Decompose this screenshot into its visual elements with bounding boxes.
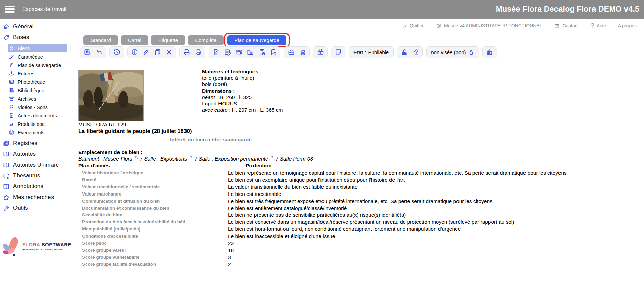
dimension-line: avec cadre : H. 297 cm ; L. 365 cm — [202, 107, 283, 113]
sidebar-item-label: Produits doc. — [18, 121, 46, 127]
criterion-label: Protection du bien face à la vulnérabili… — [82, 219, 228, 226]
location-search-link[interactable] — [189, 158, 193, 160]
document-icon — [9, 113, 14, 118]
sidebar-item-phototheque[interactable]: Photothèque — [8, 78, 67, 86]
magnifier-icon — [270, 155, 274, 160]
sign-button[interactable] — [410, 47, 421, 57]
sidebar-item-mes-recherches[interactable]: Mes recherches — [0, 192, 67, 203]
criterion-value: Le bien est un exemplaire unique pour l'… — [228, 177, 567, 184]
location-search-link[interactable] — [270, 158, 274, 160]
sidebar: GénéralBasesBiensCarothèquePlan de sauve… — [0, 19, 67, 284]
criterion-value: 23 — [228, 240, 567, 247]
criterion-value: Le bien ne présente pas de sensibilité p… — [228, 212, 567, 219]
plus-circle-button[interactable] — [129, 47, 140, 57]
tab-cartel[interactable]: Cartel — [121, 35, 148, 45]
calculator-button[interactable] — [257, 47, 267, 57]
pencil-icon — [142, 48, 150, 56]
form-edit-icon — [224, 48, 231, 56]
menu-icon[interactable] — [5, 4, 15, 14]
doc-attach-button[interactable] — [211, 47, 221, 57]
location-search-link[interactable] — [134, 158, 139, 160]
sidebar-item-biens[interactable]: Biens — [8, 44, 67, 52]
criterion-label: Valeur transitionnelle / sentimentale — [82, 184, 228, 191]
sidebar-item-label: Registres — [13, 140, 37, 147]
sidebar-item-outils[interactable]: Outils — [0, 203, 67, 213]
open-book-icon — [3, 183, 10, 190]
sidebar-item-general[interactable]: Général — [0, 21, 67, 32]
sidebar-item-autorites-unimarc[interactable]: Autorités Unimarc — [0, 159, 67, 170]
sidebar-item-plan-de-sauvegarde[interactable]: Plan de sauvegarde — [8, 61, 67, 69]
history-button[interactable] — [111, 47, 122, 57]
calendar-plus-button[interactable] — [315, 47, 326, 57]
sidebar-item-videos-sons[interactable]: Vidéos - Sons — [8, 103, 67, 111]
undo-button[interactable] — [94, 47, 104, 57]
sidebar-item-produits-doc[interactable]: Produits doc. — [8, 120, 67, 128]
record-title: La liberté guidant le peuple (28 juillet… — [78, 128, 192, 134]
sidebar-item-archives[interactable]: Archives — [8, 95, 67, 103]
sidebar-item-autorites[interactable]: Autorités — [0, 149, 67, 159]
sidebar-item-label: Archives — [18, 96, 36, 102]
sidebar-item-annotations[interactable]: Annotations — [0, 181, 67, 192]
sidebar-item-bibliotheque[interactable]: Bibliothèque — [8, 86, 67, 95]
criterion-label: Score groupe valeur — [82, 247, 228, 254]
sidebar-item-autres-documents[interactable]: Autres documents — [8, 111, 67, 120]
copy-icon — [154, 48, 161, 56]
stamp-button[interactable] — [399, 47, 409, 57]
location-segment: Salle Perm-03 — [280, 156, 313, 162]
sidebar-item-bases[interactable]: Bases — [0, 32, 67, 43]
dimension-lines: néant : H. 260 ; l. 325Import HORUSavec … — [202, 94, 283, 113]
calculator-icon — [258, 48, 266, 56]
toolbar-group — [284, 46, 310, 58]
form-search-button[interactable] — [82, 47, 93, 57]
materials-block: Matières et techniques : toile (peinture… — [202, 68, 283, 113]
close-button[interactable] — [164, 47, 174, 57]
sidebar-item-registres[interactable]: Registres — [0, 138, 67, 149]
trolley-button[interactable] — [297, 47, 308, 57]
inventory-number: MUSFLORA.RF 129 — [78, 121, 126, 128]
tab-standard[interactable]: Standard — [83, 35, 118, 45]
location-header: Emplacement de ce bien : — [78, 149, 142, 155]
toolbar-group — [179, 46, 205, 58]
sidebar-item-thesaurus[interactable]: ABThesaurus — [0, 170, 67, 181]
flora-petals-icon — [1, 237, 20, 256]
close-icon — [165, 48, 173, 56]
basket-button[interactable] — [484, 47, 495, 57]
sidebar-item-label: Carothèque — [18, 54, 43, 60]
video-file-icon — [9, 104, 14, 110]
location-path: Bâtiment : Musée Flora/Salle : Expositio… — [78, 156, 313, 162]
doc-print-button[interactable] — [181, 47, 192, 57]
book-add-button[interactable] — [268, 47, 278, 57]
toolbar-group — [397, 46, 423, 58]
criterion-label: Manipulabilité (taille/poids) — [82, 226, 228, 233]
interest-note: Intérêt du bien à être sauvegardé — [170, 137, 252, 143]
sidebar-item-carotheque[interactable]: Carothèque — [8, 52, 67, 61]
dimension-line: néant : H. 260 ; l. 325 — [202, 94, 283, 100]
form-edit-button[interactable] — [222, 47, 233, 57]
box-export-button[interactable] — [234, 47, 244, 57]
sidebar-nav: GénéralBasesBiensCarothèquePlan de sauve… — [0, 19, 67, 213]
visa-badge[interactable]: non visée (pop) — [426, 46, 479, 58]
location-separator: / — [141, 156, 142, 162]
copy-button[interactable] — [152, 47, 163, 57]
tab-etiquette[interactable]: Etiquette — [151, 35, 185, 45]
location-segment: Salle : Expositions — [144, 156, 187, 162]
criterion-value: Le bien est très fréquemment exposé et/o… — [228, 198, 567, 205]
folder-image-button[interactable] — [245, 47, 256, 57]
sidebar-item-label: Autorités Unimarc — [13, 162, 59, 168]
toolbar-group — [109, 46, 124, 58]
dimension-line: Import HORUS — [202, 100, 283, 107]
tab-complete[interactable]: Complète — [188, 35, 224, 45]
artwork-thumbnail[interactable] — [78, 70, 144, 121]
toolbar-group — [313, 46, 328, 58]
magnifier-icon — [134, 155, 139, 160]
tab-plan-de-sauvegarde[interactable]: Plan de sauvegarde — [227, 35, 286, 45]
safeguard-criteria-table: Valeur historique / artistiqueLe bien re… — [82, 170, 567, 268]
sidebar-item-entrees[interactable]: Entrées — [8, 69, 67, 78]
tag-icon — [3, 34, 10, 41]
location-separator: / — [195, 156, 197, 162]
note-button[interactable] — [333, 47, 343, 57]
printer-button[interactable] — [193, 47, 203, 57]
sidebar-item-evenements[interactable]: Evènements — [8, 128, 67, 137]
toolbox-button[interactable] — [286, 47, 296, 57]
pencil-button[interactable] — [141, 47, 151, 57]
